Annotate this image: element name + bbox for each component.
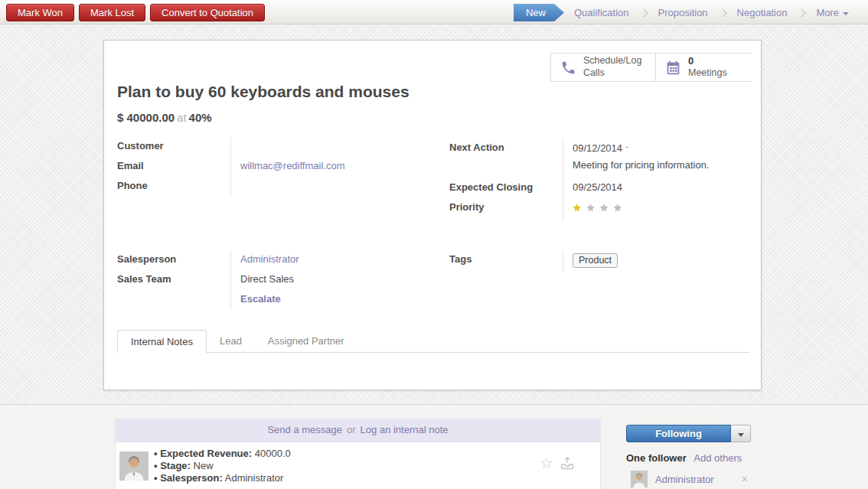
priority-label: Priority: [449, 198, 563, 221]
message-body: Expected Revenue: 40000.0 Stage: New Sal…: [154, 448, 291, 484]
followers-header: One follower Add others: [626, 452, 751, 464]
next-action-date[interactable]: 09/12/2014: [573, 142, 622, 154]
next-action-dash: -: [622, 142, 628, 152]
mark-won-button[interactable]: Mark Won: [6, 4, 74, 21]
action-buttons: Mark Won Mark Lost Convert to Quotation: [6, 4, 265, 21]
chevron-right-icon: [718, 8, 726, 17]
follow-button-group: Following: [626, 425, 751, 442]
at-label: at: [175, 111, 189, 124]
send-message-link[interactable]: Send a message: [267, 424, 342, 435]
expected-revenue-line: $ 40000.00at40%: [117, 111, 212, 124]
meetings-count: 0: [688, 55, 754, 67]
next-action-row: Next Action 09/12/2014- Meeting for pric…: [449, 139, 749, 178]
form-sheet: Schedule/Log Calls 0 Meetings Plan to bu…: [103, 40, 762, 390]
tags-row: Tags Product: [449, 250, 749, 272]
email-value-link[interactable]: willmac@rediffmail.com: [240, 160, 344, 171]
caret-down-icon: [843, 12, 849, 15]
top-toolbar: Mark Won Mark Lost Convert to Quotation …: [0, 0, 868, 24]
priority-star-icon[interactable]: ★: [613, 202, 627, 214]
caret-down-icon: [738, 433, 744, 437]
tags-field-group: Tags Product: [449, 250, 749, 272]
message-line: Stage: New: [154, 460, 291, 472]
stage-more-dropdown[interactable]: More: [806, 4, 859, 21]
escalate-row: Escalate: [117, 290, 550, 310]
tag-product[interactable]: Product: [573, 253, 618, 268]
or-label: or: [342, 424, 361, 435]
tab-lead[interactable]: Lead: [207, 330, 255, 353]
message-actions: ☆: [540, 455, 576, 471]
salesperson-label: Salesperson: [117, 250, 230, 270]
schedule-log-calls-button[interactable]: Schedule/Log Calls: [551, 54, 655, 81]
phone-label: Phone: [117, 177, 230, 197]
planning-field-group: Next Action 09/12/2014- Meeting for pric…: [449, 139, 749, 221]
message-line: Salesperson: Administrator: [154, 472, 291, 484]
mark-lost-button[interactable]: Mark Lost: [79, 4, 145, 21]
follower-row: Administrator ×: [626, 471, 751, 487]
log-internal-note-link[interactable]: Log an internal note: [361, 424, 449, 435]
message-item: Expected Revenue: 40000.0 Stage: New Sal…: [115, 442, 601, 489]
sales-team-row: Sales Team Direct Sales: [117, 270, 550, 290]
priority-star-icon[interactable]: ★: [573, 202, 586, 214]
followers-panel: Following One follower Add others Admini…: [626, 425, 751, 487]
opportunity-title: Plan to buy 60 keyboards and mouses: [117, 83, 410, 101]
customer-label: Customer: [117, 137, 230, 157]
revenue-amount: $ 40000.00: [117, 111, 175, 124]
stage-proposition[interactable]: Proposition: [648, 4, 718, 21]
remove-follower-icon[interactable]: ×: [742, 473, 751, 485]
following-button[interactable]: Following: [626, 425, 731, 442]
expected-closing-value[interactable]: 09/25/2014: [563, 178, 749, 198]
tags-label: Tags: [449, 250, 563, 272]
follower-count: One follower: [626, 452, 687, 464]
priority-row: Priority ★★★★: [449, 198, 749, 221]
expected-closing-label: Expected Closing: [449, 178, 563, 198]
email-label: Email: [117, 157, 230, 177]
add-others-link[interactable]: Add others: [693, 452, 742, 464]
next-action-label: Next Action: [449, 139, 563, 178]
phone-icon: [560, 60, 576, 76]
meetings-label: Meetings: [688, 67, 727, 78]
message-line: Expected Revenue: 40000.0: [154, 448, 291, 460]
follower-name-link[interactable]: Administrator: [655, 474, 742, 485]
convert-to-quotation-button[interactable]: Convert to Quotation: [150, 4, 265, 21]
calendar-icon: [665, 60, 681, 76]
chevron-right-icon: [798, 8, 806, 17]
tab-assigned-partner[interactable]: Assigned Partner: [255, 330, 357, 353]
salesperson-value-link[interactable]: Administrator: [240, 253, 299, 265]
tab-internal-notes[interactable]: Internal Notes: [117, 330, 207, 353]
stage-new[interactable]: New: [514, 4, 564, 21]
chevron-right-icon: [639, 8, 648, 17]
probability-value: 40%: [189, 111, 212, 124]
schedule-log-calls-label: Schedule/Log Calls: [583, 55, 649, 79]
following-dropdown-button[interactable]: [731, 425, 751, 442]
priority-star-icon[interactable]: ★: [586, 202, 600, 214]
sales-team-value[interactable]: Direct Sales: [230, 270, 550, 290]
expected-closing-row: Expected Closing 09/25/2014: [449, 178, 749, 198]
notebook-tabbar: Internal Notes Lead Assigned Partner: [117, 330, 749, 353]
follower-avatar: [631, 471, 648, 487]
meetings-button[interactable]: 0 Meetings: [655, 54, 760, 81]
escalate-link[interactable]: Escalate: [240, 293, 281, 305]
stage-qualification[interactable]: Qualification: [564, 4, 639, 21]
stage-negotiation[interactable]: Negotiation: [727, 4, 798, 21]
more-label: More: [816, 7, 839, 18]
composer-bar: Send a messageorLog an internal note: [115, 419, 601, 442]
stage-statusbar: New Qualification Proposition Negotiatio…: [514, 4, 859, 21]
stat-buttons: Schedule/Log Calls 0 Meetings: [550, 53, 752, 82]
priority-star-icon[interactable]: ★: [599, 202, 613, 214]
mark-starred-icon[interactable]: ☆: [540, 455, 553, 471]
mark-done-inbox-icon[interactable]: [559, 455, 576, 471]
author-avatar[interactable]: [119, 452, 148, 481]
sales-team-label: Sales Team: [117, 270, 230, 290]
next-action-note[interactable]: Meeting for pricing information.: [573, 159, 749, 171]
